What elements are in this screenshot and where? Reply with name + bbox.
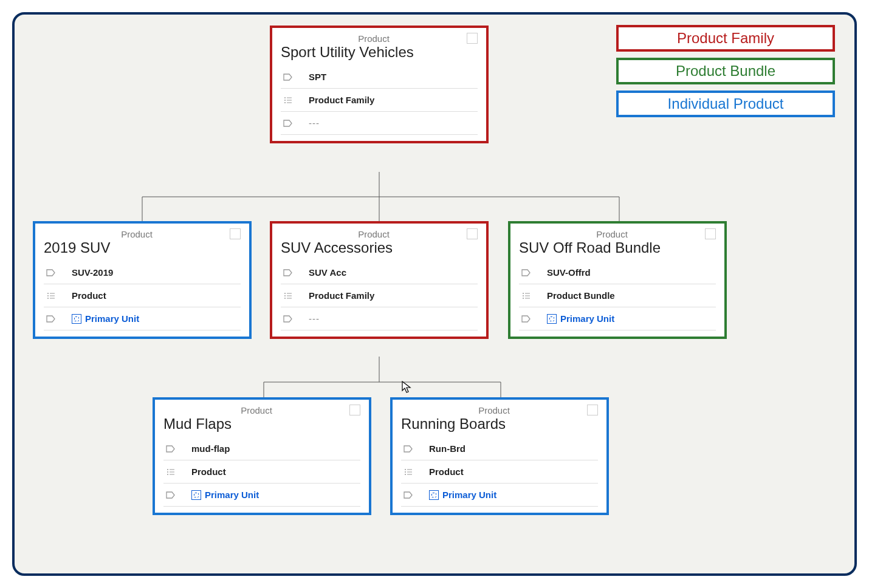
tag-icon [46, 268, 56, 278]
legend-bundle: Product Bundle [616, 58, 835, 84]
legend-product: Individual Product [616, 91, 835, 117]
product-structure: Product [429, 467, 464, 477]
tag-icon [404, 444, 413, 454]
card-2019-suv[interactable]: Product 2019 SUV SUV-2019 Product Primar… [33, 221, 252, 339]
product-code: Run-Brd [429, 443, 465, 454]
card-checkbox[interactable] [230, 228, 241, 239]
tag-icon [46, 314, 56, 324]
card-checkbox[interactable] [467, 33, 478, 44]
card-suv-accessories[interactable]: Product SUV Accessories SUV Acc Product … [270, 221, 489, 339]
list-icon [521, 291, 531, 301]
card-type-label: Product [401, 405, 587, 415]
unit-text: Primary Unit [442, 490, 496, 500]
product-code: SUV Acc [309, 267, 346, 278]
svg-point-9 [284, 97, 286, 98]
svg-point-13 [284, 102, 286, 103]
product-code: SPT [309, 72, 326, 82]
legend-family: Product Family [616, 25, 835, 52]
product-structure: Product [191, 467, 226, 477]
card-title: SUV Off Road Bundle [519, 239, 716, 256]
svg-point-15 [47, 293, 49, 294]
card-running-boards[interactable]: Product Running Boards Run-Brd Product P… [390, 397, 609, 515]
card-suv-offroad-bundle[interactable]: Product SUV Off Road Bundle SUV-Offrd Pr… [508, 221, 727, 339]
list-icon [283, 291, 293, 301]
primary-unit-link[interactable]: Primary Unit [429, 490, 496, 500]
product-unit: --- [309, 313, 320, 324]
card-title: Mud Flaps [163, 415, 360, 432]
svg-point-39 [405, 469, 406, 470]
product-structure: Product Bundle [547, 290, 615, 301]
primary-unit-link[interactable]: Primary Unit [547, 313, 614, 324]
tag-icon [521, 268, 531, 278]
unit-text: Primary Unit [560, 313, 614, 324]
product-structure: Product [72, 290, 106, 301]
svg-point-11 [284, 100, 286, 101]
product-structure: Product Family [309, 290, 374, 301]
card-title: SUV Accessories [281, 239, 478, 256]
svg-point-31 [523, 298, 524, 299]
svg-point-43 [405, 474, 406, 475]
tag-icon [283, 72, 293, 82]
unit-icon [547, 314, 557, 324]
svg-point-19 [47, 298, 49, 299]
primary-unit-link[interactable]: Primary Unit [191, 490, 259, 500]
card-checkbox[interactable] [467, 228, 478, 239]
svg-point-17 [47, 295, 49, 296]
svg-point-41 [405, 471, 406, 473]
svg-point-25 [284, 298, 286, 299]
svg-point-23 [284, 295, 286, 296]
card-checkbox[interactable] [587, 405, 598, 415]
card-type-label: Product [281, 229, 467, 239]
unit-icon [191, 490, 201, 500]
svg-point-37 [167, 474, 168, 475]
svg-point-21 [284, 293, 286, 294]
unit-text: Primary Unit [85, 313, 139, 324]
card-type-label: Product [519, 229, 705, 239]
list-icon [283, 95, 293, 105]
card-sport-utility-vehicles[interactable]: Product Sport Utility Vehicles SPT Produ… [270, 26, 489, 143]
product-unit: --- [309, 118, 320, 128]
list-icon [46, 291, 56, 301]
legend: Product Family Product Bundle Individual… [616, 25, 835, 117]
unit-icon [72, 314, 81, 324]
tag-icon [283, 118, 293, 128]
card-type-label: Product [281, 33, 467, 44]
card-title: Sport Utility Vehicles [281, 44, 478, 61]
list-icon [404, 467, 413, 477]
tag-icon [166, 444, 176, 454]
card-type-label: Product [163, 405, 349, 415]
tag-icon [283, 268, 293, 278]
product-structure: Product Family [309, 95, 374, 105]
card-title: 2019 SUV [44, 239, 241, 256]
tag-icon [166, 490, 176, 500]
card-title: Running Boards [401, 415, 598, 432]
svg-point-35 [167, 471, 168, 473]
svg-point-33 [167, 469, 168, 470]
unit-text: Primary Unit [205, 490, 259, 500]
diagram-frame: Product Family Product Bundle Individual… [12, 12, 857, 576]
svg-point-27 [523, 293, 524, 294]
product-code: mud-flap [191, 443, 230, 454]
card-mud-flaps[interactable]: Product Mud Flaps mud-flap Product Prima… [153, 397, 371, 515]
list-icon [166, 467, 176, 477]
tag-icon [404, 490, 413, 500]
unit-icon [429, 490, 439, 500]
card-type-label: Product [44, 229, 230, 239]
primary-unit-link[interactable]: Primary Unit [72, 313, 139, 324]
cursor-icon [402, 381, 411, 394]
card-checkbox[interactable] [349, 405, 360, 415]
tag-icon [521, 314, 531, 324]
product-code: SUV-Offrd [547, 267, 591, 278]
tag-icon [283, 314, 293, 324]
svg-point-29 [523, 295, 524, 296]
card-checkbox[interactable] [705, 228, 716, 239]
product-code: SUV-2019 [72, 267, 113, 278]
